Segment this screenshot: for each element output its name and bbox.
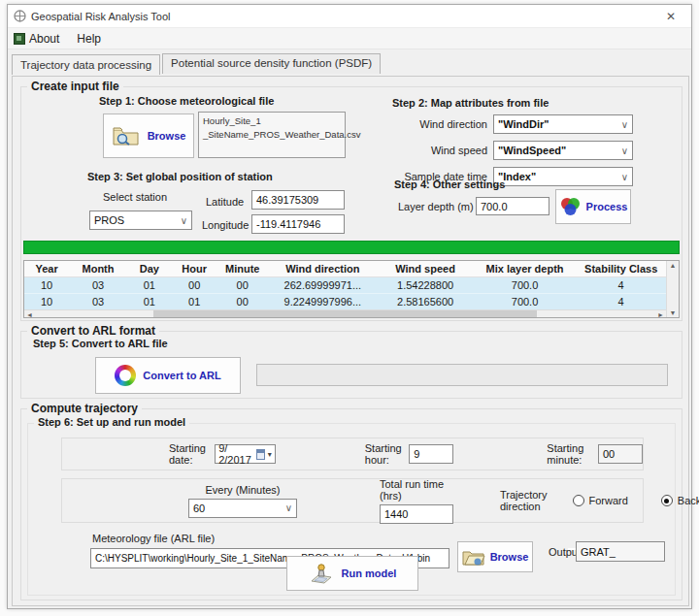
- table-header-row: Year Month Day Hour Minute Wind directio…: [24, 261, 666, 277]
- browse-arl-button[interactable]: Browse: [457, 541, 533, 572]
- convert-to-arl-label: Convert to ARL: [143, 370, 220, 381]
- starting-hour-label: Starting hour:: [365, 442, 407, 466]
- menu-about-label: About: [29, 32, 59, 46]
- sample-date-select[interactable]: "Index" ∨: [493, 167, 633, 186]
- process-button[interactable]: Process: [555, 189, 631, 224]
- latitude-input[interactable]: 46.39175309: [251, 190, 345, 210]
- layer-depth-input[interactable]: 700.0: [476, 197, 549, 215]
- backward-radio[interactable]: Backward: [661, 495, 699, 506]
- cell: 00: [216, 277, 268, 293]
- cell: 01: [127, 277, 172, 293]
- cell: 03: [69, 294, 126, 309]
- total-run-time-input[interactable]: 1440: [380, 504, 453, 524]
- col-stability-class[interactable]: Stability Class: [576, 261, 666, 276]
- longitude-input[interactable]: -119.4117946: [251, 214, 345, 234]
- forward-label: Forward: [589, 495, 628, 506]
- starting-hour-input[interactable]: 9: [409, 444, 453, 464]
- total-run-time-label: Total run time (hrs): [380, 478, 453, 502]
- select-station-label: Select station: [103, 191, 167, 203]
- wind-direction-select[interactable]: "WindDir" ∨: [493, 114, 633, 134]
- wind-speed-label: Wind speed: [390, 145, 487, 156]
- dropdown-arrow-icon: ▾: [268, 450, 272, 459]
- chevron-down-icon: ∨: [621, 119, 628, 130]
- starting-hour-value: 9: [414, 448, 419, 460]
- scroll-left-icon[interactable]: ◄: [26, 311, 33, 318]
- tab-page: Create input file Step 1: Choose meteoro…: [12, 76, 689, 606]
- station-select[interactable]: PROS ∨: [89, 211, 192, 230]
- cell: 00: [172, 277, 216, 293]
- convert-arl-group: Convert to ARL format Step 5: Convert to…: [20, 331, 682, 399]
- horizontal-scrollbar[interactable]: ◄ ►: [24, 309, 666, 317]
- scroll-up-icon[interactable]: ▲: [670, 262, 677, 269]
- convert-arl-title: Convert to ARL format: [27, 324, 159, 338]
- total-run-time-value: 1440: [384, 508, 408, 520]
- wind-speed-select[interactable]: "WindSpeed" ∨: [493, 141, 633, 160]
- step2-title: Step 2: Map attributes from file: [392, 97, 549, 109]
- browse-meteo-button[interactable]: Browse: [103, 113, 194, 158]
- chevron-down-icon: ∨: [621, 146, 628, 156]
- longitude-label: Longitude: [202, 219, 249, 231]
- app-window: Geospatial Risk Analysis Tool ✕ About He…: [7, 4, 692, 609]
- vertical-scrollbar[interactable]: ▲ ▼: [666, 261, 679, 317]
- run-model-button[interactable]: Run model: [286, 556, 418, 591]
- every-minutes-value: 60: [193, 503, 205, 514]
- wind-direction-label: Wind direction: [390, 118, 487, 130]
- meteo-file-line2: _SiteName_PROS_Weather_Data.csv: [203, 128, 341, 142]
- col-hour[interactable]: Hour: [172, 261, 216, 276]
- chevron-down-icon: ∨: [285, 503, 292, 513]
- create-input-group: Create input file Step 1: Choose meteoro…: [20, 86, 682, 321]
- starting-minute-input[interactable]: 00: [598, 444, 643, 464]
- window-title: Geospatial Risk Analysis Tool: [31, 11, 170, 22]
- output-prefix-input[interactable]: [568, 548, 576, 550]
- close-icon: ✕: [666, 10, 676, 23]
- col-month[interactable]: Month: [69, 261, 126, 276]
- wind-direction-value: "WindDir": [498, 118, 549, 130]
- layer-depth-value: 700.0: [481, 201, 508, 212]
- table-row[interactable]: 10 03 01 01 00 9.2249997996... 2.5816560…: [24, 293, 666, 309]
- scrollbar-thumb[interactable]: [153, 310, 536, 317]
- tab-psdf[interactable]: Potential source density function (PSDF): [162, 53, 381, 74]
- close-button[interactable]: ✕: [656, 6, 685, 27]
- tab-strip: Trajectory data processing Potential sou…: [8, 49, 691, 74]
- col-minute[interactable]: Minute: [216, 261, 268, 276]
- col-wind-direction[interactable]: Wind direction: [268, 261, 377, 276]
- forward-radio[interactable]: Forward: [573, 495, 628, 506]
- step3-title: Step 3: Set global position of station: [87, 171, 273, 182]
- backward-label: Backward: [678, 495, 699, 506]
- process-label: Process: [586, 201, 628, 212]
- weather-data-table: Year Month Day Hour Minute Wind directio…: [23, 260, 680, 318]
- starting-date-picker[interactable]: 9/ 2/2017 ▾: [215, 444, 276, 464]
- cell: 10: [24, 277, 69, 293]
- title-bar: Geospatial Risk Analysis Tool ✕: [8, 5, 691, 28]
- latitude-label: Latitude: [206, 196, 244, 208]
- layer-depth-label: Layer depth (m): [398, 201, 474, 212]
- convert-to-arl-button[interactable]: Convert to ARL: [95, 357, 241, 394]
- output-file-prefix-input[interactable]: GRAT_: [576, 541, 665, 562]
- col-wind-speed[interactable]: Wind speed: [378, 261, 474, 276]
- menu-help[interactable]: Help: [77, 32, 101, 46]
- col-year[interactable]: Year: [24, 261, 69, 276]
- col-mix-layer-depth[interactable]: Mix layer depth: [474, 261, 577, 276]
- tab-trajectory-data-processing[interactable]: Trajectory data processing: [12, 54, 160, 75]
- every-minutes-select[interactable]: 60 ∨: [188, 499, 297, 518]
- step4-title: Step 4: Other settings: [394, 178, 505, 190]
- start-time-row: Starting date: 9/ 2/2017 ▾ Starting hour…: [61, 438, 644, 470]
- scroll-down-icon[interactable]: ▼: [670, 309, 677, 316]
- scroll-right-icon[interactable]: ►: [657, 311, 664, 318]
- folder-search-icon: [112, 124, 141, 147]
- cell: 00: [216, 294, 268, 309]
- starting-minute-value: 00: [603, 448, 615, 460]
- table-row[interactable]: 10 03 01 00 00 262.69999971... 1.5422880…: [24, 277, 666, 293]
- process-rgb-icon: [559, 195, 582, 218]
- radio-off-icon: [573, 495, 584, 506]
- run-model-icon: [309, 562, 334, 585]
- meteo-file-name: Hourly_Site_1 _SiteName_PROS_Weather_Dat…: [198, 112, 346, 158]
- step1-title: Step 1: Choose meteorological file: [99, 95, 274, 107]
- starting-date-value: 9/ 2/2017: [218, 442, 253, 466]
- col-day[interactable]: Day: [127, 261, 172, 276]
- chevron-down-icon: ∨: [621, 172, 628, 182]
- cell: 700.0: [474, 294, 577, 309]
- station-value: PROS: [94, 214, 124, 226]
- convert-color-wheel-icon: [115, 365, 136, 386]
- menu-about[interactable]: About: [14, 32, 59, 46]
